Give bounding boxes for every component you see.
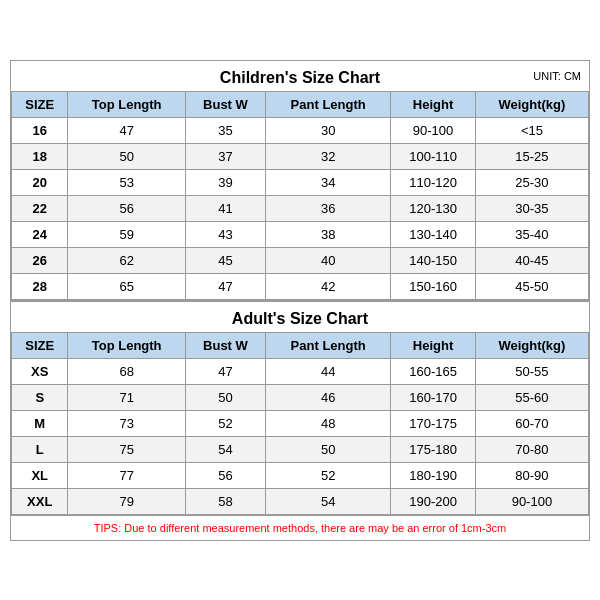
table-cell: 80-90 (475, 462, 588, 488)
table-cell: 40 (266, 247, 391, 273)
table-cell: 65 (68, 273, 185, 299)
table-cell: 26 (12, 247, 68, 273)
table-cell: 100-110 (391, 143, 476, 169)
table-cell: 45 (185, 247, 265, 273)
table-cell: 140-150 (391, 247, 476, 273)
children-col-bust: Bust W (185, 91, 265, 117)
table-row: 24594338130-14035-40 (12, 221, 589, 247)
unit-label: UNIT: CM (533, 70, 581, 82)
table-cell: 50-55 (475, 358, 588, 384)
table-cell: 40-45 (475, 247, 588, 273)
table-cell: 22 (12, 195, 68, 221)
table-cell: 52 (266, 462, 391, 488)
children-col-height: Height (391, 91, 476, 117)
table-row: 20533934110-12025-30 (12, 169, 589, 195)
table-cell: 34 (266, 169, 391, 195)
table-cell: L (12, 436, 68, 462)
table-cell: 73 (68, 410, 185, 436)
table-cell: 43 (185, 221, 265, 247)
adults-col-bust: Bust W (185, 332, 265, 358)
adults-table: SIZE Top Length Bust W Pant Length Heigh… (11, 332, 589, 515)
table-row: 22564136120-13030-35 (12, 195, 589, 221)
table-cell: 28 (12, 273, 68, 299)
table-cell: 59 (68, 221, 185, 247)
table-cell: 38 (266, 221, 391, 247)
table-cell: 20 (12, 169, 68, 195)
table-cell: 50 (185, 384, 265, 410)
table-row: 1647353090-100<15 (12, 117, 589, 143)
table-cell: 71 (68, 384, 185, 410)
table-cell: 120-130 (391, 195, 476, 221)
table-cell: S (12, 384, 68, 410)
table-row: XL775652180-19080-90 (12, 462, 589, 488)
table-cell: 110-120 (391, 169, 476, 195)
children-col-weight: Weight(kg) (475, 91, 588, 117)
table-cell: 190-200 (391, 488, 476, 514)
table-cell: 24 (12, 221, 68, 247)
table-cell: 60-70 (475, 410, 588, 436)
table-cell: 47 (185, 358, 265, 384)
table-cell: 160-165 (391, 358, 476, 384)
table-cell: 56 (68, 195, 185, 221)
table-cell: 36 (266, 195, 391, 221)
table-cell: 15-25 (475, 143, 588, 169)
table-cell: 39 (185, 169, 265, 195)
table-row: XXL795854190-20090-100 (12, 488, 589, 514)
table-cell: 42 (266, 273, 391, 299)
adults-title: Adult's Size Chart (11, 300, 589, 332)
table-cell: XS (12, 358, 68, 384)
table-cell: 180-190 (391, 462, 476, 488)
table-cell: 30 (266, 117, 391, 143)
table-cell: 50 (68, 143, 185, 169)
table-cell: 77 (68, 462, 185, 488)
table-cell: 35-40 (475, 221, 588, 247)
table-cell: 90-100 (391, 117, 476, 143)
table-cell: 70-80 (475, 436, 588, 462)
table-cell: 150-160 (391, 273, 476, 299)
table-cell: XL (12, 462, 68, 488)
table-cell: 47 (185, 273, 265, 299)
table-cell: 16 (12, 117, 68, 143)
adults-col-height: Height (391, 332, 476, 358)
children-col-size: SIZE (12, 91, 68, 117)
children-header-row: SIZE Top Length Bust W Pant Length Heigh… (12, 91, 589, 117)
table-cell: 54 (185, 436, 265, 462)
table-cell: 53 (68, 169, 185, 195)
table-row: M735248170-17560-70 (12, 410, 589, 436)
children-table: SIZE Top Length Bust W Pant Length Heigh… (11, 91, 589, 300)
table-cell: 68 (68, 358, 185, 384)
table-cell: 130-140 (391, 221, 476, 247)
adults-header-row: SIZE Top Length Bust W Pant Length Heigh… (12, 332, 589, 358)
children-col-pant: Pant Length (266, 91, 391, 117)
table-cell: 52 (185, 410, 265, 436)
adults-col-pant: Pant Length (266, 332, 391, 358)
table-cell: XXL (12, 488, 68, 514)
table-row: 26624540140-15040-45 (12, 247, 589, 273)
children-title: Children's Size Chart UNIT: CM (11, 61, 589, 91)
table-cell: 32 (266, 143, 391, 169)
table-cell: 56 (185, 462, 265, 488)
adults-col-weight: Weight(kg) (475, 332, 588, 358)
table-cell: 75 (68, 436, 185, 462)
table-cell: 50 (266, 436, 391, 462)
table-cell: 55-60 (475, 384, 588, 410)
table-row: L755450175-18070-80 (12, 436, 589, 462)
table-cell: 175-180 (391, 436, 476, 462)
table-row: XS684744160-16550-55 (12, 358, 589, 384)
adults-title-text: Adult's Size Chart (232, 310, 368, 327)
table-cell: 35 (185, 117, 265, 143)
table-cell: 37 (185, 143, 265, 169)
table-cell: 41 (185, 195, 265, 221)
table-cell: M (12, 410, 68, 436)
table-row: 28654742150-16045-50 (12, 273, 589, 299)
table-cell: 58 (185, 488, 265, 514)
adults-col-size: SIZE (12, 332, 68, 358)
table-cell: 62 (68, 247, 185, 273)
table-cell: 45-50 (475, 273, 588, 299)
table-cell: <15 (475, 117, 588, 143)
table-cell: 44 (266, 358, 391, 384)
table-cell: 90-100 (475, 488, 588, 514)
children-col-top-length: Top Length (68, 91, 185, 117)
table-cell: 30-35 (475, 195, 588, 221)
table-cell: 47 (68, 117, 185, 143)
